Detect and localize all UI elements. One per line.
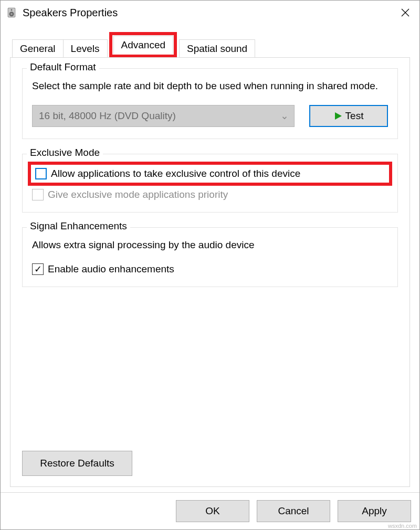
format-row: 16 bit, 48000 Hz (DVD Quality) ⌄ Test xyxy=(32,105,388,127)
default-format-description: Select the sample rate and bit depth to … xyxy=(32,79,388,93)
group-legend: Signal Enhancements xyxy=(27,220,130,232)
watermark: wsxdn.com xyxy=(388,523,417,529)
close-button[interactable] xyxy=(393,1,417,25)
close-icon xyxy=(401,8,410,17)
chevron-down-icon: ⌄ xyxy=(280,110,289,122)
ok-label: OK xyxy=(205,505,219,517)
properties-window: Speakers Properties General Levels Advan… xyxy=(0,0,420,530)
annotation-highlight-checkbox: Allow applications to take exclusive con… xyxy=(28,162,392,186)
window-title: Speakers Properties xyxy=(23,7,393,19)
dialog-footer: OK Cancel Apply xyxy=(1,492,419,529)
tab-content: Default Format Select the sample rate an… xyxy=(10,57,410,487)
priority-label: Give exclusive mode applications priorit… xyxy=(48,189,228,200)
cancel-label: Cancel xyxy=(278,505,309,517)
allow-exclusive-checkbox[interactable] xyxy=(35,168,47,179)
tab-general[interactable]: General xyxy=(12,39,64,58)
ok-button[interactable]: OK xyxy=(176,500,249,522)
group-signal-enhancements: Signal Enhancements Allows extra signal … xyxy=(22,227,398,288)
restore-defaults-label: Restore Defaults xyxy=(40,458,114,469)
restore-defaults-button[interactable]: Restore Defaults xyxy=(22,451,132,476)
test-button[interactable]: Test xyxy=(309,105,388,127)
cancel-button[interactable]: Cancel xyxy=(257,500,330,522)
tab-levels[interactable]: Levels xyxy=(63,39,108,58)
annotation-highlight-tab: Advanced xyxy=(109,32,177,58)
tab-row: General Levels Advanced Spatial sound xyxy=(1,25,419,58)
speaker-icon xyxy=(6,7,17,18)
checkmark-icon: ✓ xyxy=(34,264,42,274)
priority-row: Give exclusive mode applications priorit… xyxy=(32,189,388,200)
enable-enhancements-label: Enable audio enhancements xyxy=(48,263,174,275)
titlebar: Speakers Properties xyxy=(1,1,419,25)
test-button-label: Test xyxy=(345,110,364,122)
allow-exclusive-label: Allow applications to take exclusive con… xyxy=(51,168,300,179)
group-default-format: Default Format Select the sample rate an… xyxy=(22,68,398,139)
group-legend: Exclusive Mode xyxy=(27,147,103,158)
play-icon xyxy=(334,112,342,120)
priority-checkbox xyxy=(32,189,44,200)
tab-spatial-sound[interactable]: Spatial sound xyxy=(179,39,255,58)
enable-enhancements-checkbox[interactable]: ✓ xyxy=(32,263,44,275)
tab-advanced[interactable]: Advanced xyxy=(113,36,174,54)
svg-marker-7 xyxy=(335,112,342,120)
svg-point-4 xyxy=(11,9,13,10)
apply-label: Apply xyxy=(362,505,387,517)
signal-enhancements-description: Allows extra signal processing by the au… xyxy=(32,238,388,252)
format-dropdown-value: 16 bit, 48000 Hz (DVD Quality) xyxy=(39,110,176,122)
svg-point-3 xyxy=(10,13,13,15)
apply-button[interactable]: Apply xyxy=(338,500,411,522)
enable-enhancements-row: ✓ Enable audio enhancements xyxy=(32,263,388,275)
format-dropdown[interactable]: 16 bit, 48000 Hz (DVD Quality) ⌄ xyxy=(32,105,295,127)
group-legend: Default Format xyxy=(27,61,99,73)
group-exclusive-mode: Exclusive Mode Allow applications to tak… xyxy=(22,154,398,213)
